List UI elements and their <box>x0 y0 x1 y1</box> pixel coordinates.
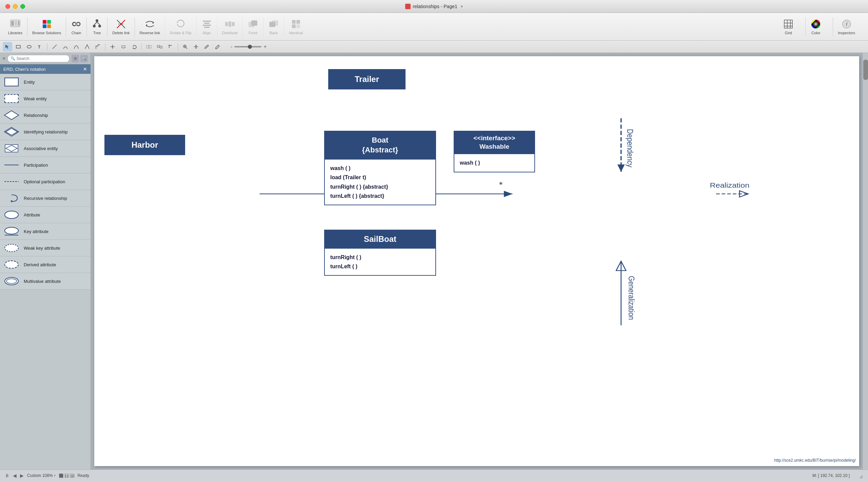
toolbar-inspectors[interactable]: i Inspectors <box>833 17 860 36</box>
search-view-btn[interactable]: 🔍 <box>80 55 88 62</box>
eyedropper-tool[interactable] <box>202 42 212 51</box>
shape-item-associative-entity[interactable]: Associative entity <box>0 140 91 157</box>
toolbar-align[interactable]: Align <box>196 17 217 36</box>
svg-rect-1 <box>11 21 14 26</box>
zoom-slider[interactable] <box>234 46 261 47</box>
zoom-area: - + <box>231 44 267 50</box>
search-input[interactable] <box>17 56 66 61</box>
zoom-chevron[interactable]: ▾ <box>54 474 56 477</box>
minimize-button[interactable] <box>13 4 18 9</box>
svg-text:T: T <box>38 45 41 49</box>
shape-thumb-entity <box>3 76 20 88</box>
shape-name-optional-participation: Optional participation <box>24 179 65 184</box>
toolbar-identical[interactable]: Identical <box>284 17 308 36</box>
toolbar-tree[interactable]: Tree <box>86 17 107 36</box>
toolbar-grid[interactable]: Grid <box>778 17 798 36</box>
svg-rect-36 <box>296 24 300 28</box>
toolbar-right-tools: Grid Col <box>773 16 865 38</box>
right-scrollbar[interactable] <box>863 53 868 469</box>
conn-split-tool[interactable] <box>108 42 117 51</box>
toolbar-libraries[interactable]: Libraries <box>3 17 27 36</box>
shape-item-participation[interactable]: Participation <box>0 157 91 173</box>
search-icon: 🔍 <box>11 56 15 61</box>
front-icon <box>248 19 258 29</box>
toolbar-reverse-link[interactable]: Reverse link <box>135 17 165 36</box>
shape-item-derived-attribute[interactable]: Derived attribute <box>0 256 91 273</box>
shape-name-attribute: Attribute <box>24 212 40 217</box>
svg-rect-10 <box>75 23 77 25</box>
page-fit-icon[interactable] <box>59 474 63 478</box>
ortho-tool[interactable] <box>93 42 103 51</box>
boat-node[interactable]: Boat{Abstract} wash ( ) load (Trailer t)… <box>324 131 436 205</box>
toolbar-color[interactable]: Color <box>805 17 826 36</box>
pan-tool[interactable] <box>191 42 201 51</box>
libraries-icon <box>10 19 21 29</box>
toolbar-delete-link[interactable]: Delete link <box>107 17 134 36</box>
title-chevron[interactable]: ▾ <box>461 4 463 9</box>
line-tool[interactable] <box>50 42 59 51</box>
svg-rect-25 <box>204 27 210 28</box>
sailboat-node[interactable]: SailBoat turnRight ( ) turnLeft ( ) <box>324 230 436 276</box>
maximize-button[interactable] <box>20 4 25 9</box>
curve-tool[interactable] <box>61 42 70 51</box>
shape-item-entity[interactable]: Entity <box>0 74 91 90</box>
svg-line-14 <box>94 22 97 25</box>
canvas[interactable]: Dependency Association * Realization Gen… <box>94 56 859 466</box>
svg-rect-51 <box>149 45 151 48</box>
shape-item-weak-entity[interactable]: Weak entity <box>0 90 91 107</box>
page-multi-icon[interactable] <box>70 474 74 478</box>
shape-item-weak-key-attribute[interactable]: Weak key attribute <box>0 240 91 256</box>
grid-view-btn[interactable]: ⊞ <box>72 55 79 62</box>
svg-point-13 <box>98 25 101 27</box>
ungroup-tool[interactable] <box>155 42 164 51</box>
shape-thumb-associative-entity <box>3 142 20 154</box>
crop-tool[interactable] <box>166 42 175 51</box>
bezier-tool[interactable] <box>72 42 81 51</box>
toolbar-rotate[interactable]: Rotate & Flip <box>165 17 196 36</box>
shape-thumb-key-attribute <box>3 225 20 237</box>
resize-handle[interactable] <box>856 472 863 479</box>
toolbar-back[interactable]: Back <box>263 17 284 36</box>
search-box[interactable]: 🔍 <box>7 55 70 62</box>
rect-tool[interactable] <box>14 42 23 51</box>
zoom-out-icon[interactable]: - <box>231 44 232 50</box>
poly-tool[interactable] <box>82 42 92 51</box>
select-tool[interactable] <box>3 42 12 51</box>
toolbar-distribute[interactable]: Distribute <box>217 17 242 36</box>
washable-node[interactable]: <<interface>>Washable wash ( ) <box>454 131 535 172</box>
toolbar-chain[interactable]: Chain <box>66 17 86 36</box>
zoom-thumb[interactable] <box>248 45 252 49</box>
toolbar-front[interactable]: Front <box>242 17 263 36</box>
zoom-in-tool[interactable] <box>180 42 190 51</box>
harbor-node[interactable]: Harbor <box>104 135 185 155</box>
svg-text:i: i <box>846 21 847 27</box>
pause-btn[interactable]: ⏸ <box>5 473 9 478</box>
shape-item-attribute[interactable]: Attribute <box>0 207 91 223</box>
toolbar-browse[interactable]: Browse Solutions <box>27 17 66 36</box>
shape-item-multivalue-attribute[interactable]: Multivalue attribute <box>0 273 91 290</box>
rotate-tool[interactable] <box>130 42 139 51</box>
shape-item-recursive-relationship[interactable]: Recursive relationship <box>0 190 91 207</box>
text-tool[interactable]: T <box>35 42 45 51</box>
shape-item-identifying-relationship[interactable]: Identifying relationship <box>0 124 91 140</box>
next-page-btn[interactable]: ▶ <box>20 473 24 478</box>
svg-rect-53 <box>160 46 162 48</box>
shape-name-associative-entity: Associative entity <box>24 146 58 151</box>
move-label-tool[interactable] <box>119 42 128 51</box>
canvas-area[interactable]: Dependency Association * Realization Gen… <box>91 53 863 469</box>
svg-marker-77 <box>617 165 625 172</box>
panel-menu-icon[interactable]: ≡ <box>3 56 5 61</box>
shape-item-optional-participation[interactable]: Optional participation <box>0 173 91 190</box>
shape-item-key-attribute[interactable]: Key attribute <box>0 223 91 240</box>
trailer-node[interactable]: Trailer <box>328 69 406 89</box>
watermark: http://sce2.umkc.edu/BIT/burrise/pi/mode… <box>774 458 856 463</box>
ellipse-tool[interactable] <box>24 42 34 51</box>
panel-close-btn[interactable]: ✕ <box>83 66 87 72</box>
pencil-tool[interactable] <box>213 42 222 51</box>
shape-item-relationship[interactable]: Relationship <box>0 107 91 124</box>
group-tool[interactable] <box>144 42 154 51</box>
page-view-icon[interactable] <box>64 474 68 478</box>
zoom-in-icon[interactable]: + <box>263 44 267 50</box>
prev-page-btn[interactable]: ◀ <box>13 473 17 478</box>
close-button[interactable] <box>5 4 10 9</box>
